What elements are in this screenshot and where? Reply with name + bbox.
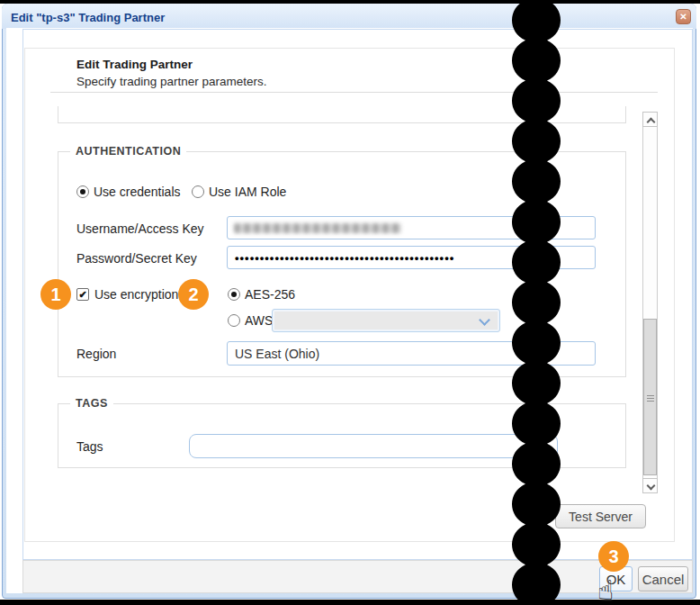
tags-label: Tags: [76, 439, 103, 454]
kms-selected-value: [273, 313, 278, 327]
previous-section-remnant: [58, 106, 626, 123]
username-input[interactable]: [227, 216, 596, 239]
chevron-up-icon: [647, 118, 656, 127]
kms-key-select[interactable]: [272, 309, 500, 332]
form-subtitle: Specify trading partner parameters.: [76, 75, 267, 88]
scroll-thumb-grip: [647, 395, 654, 403]
password-input[interactable]: ••••••••••••••••••••••••••••••••••••••••…: [227, 246, 596, 269]
radio-use-iam-role[interactable]: [192, 185, 204, 198]
form-title: Edit Trading Partner: [76, 58, 193, 71]
dialog-title: Edit "tp-s3" Trading Partner: [11, 11, 165, 24]
password-label: Password/Secret Key: [76, 251, 197, 266]
radio-use-iam-role-label: Use IAM Role: [209, 185, 286, 199]
scroll-thumb[interactable]: [643, 319, 657, 475]
scroll-down-button[interactable]: [642, 478, 658, 493]
callout-badge-2: 2: [178, 279, 209, 310]
radio-use-credentials[interactable]: [76, 185, 89, 198]
region-label: Region: [76, 347, 116, 361]
radio-aes-256-label: AES-256: [245, 287, 295, 302]
radio-aws-kms[interactable]: [228, 314, 240, 327]
test-server-button[interactable]: Test Server: [555, 504, 646, 528]
chevron-down-icon: [647, 482, 656, 491]
close-button[interactable]: ✕: [676, 9, 691, 24]
username-redacted-value: [234, 223, 401, 233]
radio-aes-256[interactable]: [228, 288, 240, 301]
use-encryption-checkbox[interactable]: ✔: [76, 288, 89, 301]
callout-badge-1: 1: [40, 279, 71, 310]
tags-legend: TAGS: [70, 397, 113, 410]
radio-use-credentials-label: Use credentials: [94, 185, 181, 199]
vertical-scrollbar[interactable]: [642, 112, 658, 493]
region-input[interactable]: US East (Ohio): [227, 341, 596, 366]
chevron-down-icon: [479, 314, 490, 326]
tags-input[interactable]: [189, 434, 558, 458]
capture-strip-bottom: [0, 600, 700, 605]
screenshot-stage: Edit "tp-s3" Trading Partner ✕ Edit Trad…: [0, 0, 700, 605]
close-icon: ✕: [679, 12, 687, 22]
footer-bar: [22, 560, 693, 593]
callout-badge-3: 3: [598, 541, 629, 572]
username-label: Username/Access Key: [76, 221, 204, 236]
authentication-legend: AUTHENTICATION: [70, 145, 186, 158]
cancel-button[interactable]: Cancel: [638, 566, 688, 591]
use-encryption-label: Use encryption: [94, 287, 178, 302]
check-icon: ✔: [78, 289, 86, 300]
scroll-up-button[interactable]: [642, 112, 658, 127]
capture-strip-top: [0, 0, 700, 4]
header-divider: [50, 92, 658, 93]
